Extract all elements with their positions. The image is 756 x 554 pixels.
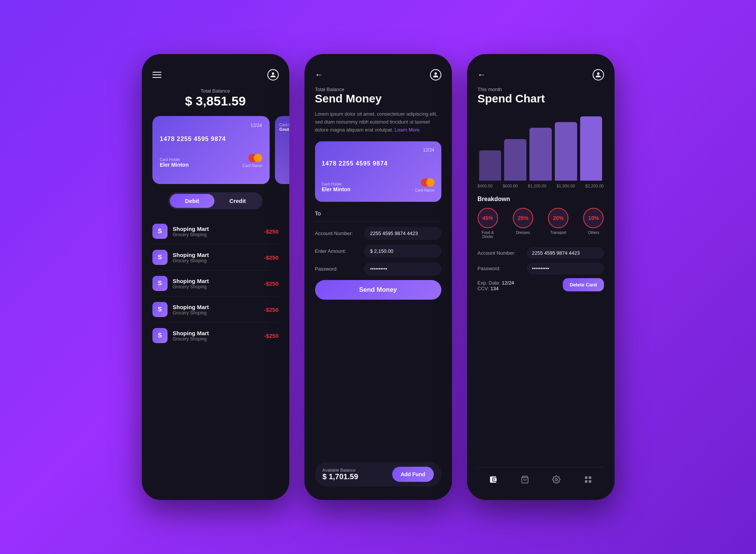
cart-nav-icon[interactable]: [518, 473, 532, 486]
available-balance-value: $ 1,701.59: [323, 472, 359, 481]
description-text: Lorem ipsum dolor sit amet, consectetuer…: [315, 110, 441, 134]
breakdown-label-dresses: Dresses: [516, 231, 530, 235]
ccv: CCV: 134: [478, 286, 514, 291]
footer-bar: Available Balance $ 1,701.59 Add Fund: [315, 462, 441, 486]
wallet-nav-icon[interactable]: [486, 473, 500, 486]
user-avatar-icon[interactable]: [430, 69, 441, 80]
breakdown-item-food: 45% Food &Drinks: [478, 208, 498, 239]
table-row[interactable]: S Shoping Mart Grocery Shoping -$250: [152, 245, 279, 271]
tx-name: Shoping Mart: [173, 226, 264, 232]
chart-label-2: $600.00: [503, 184, 518, 188]
back-button[interactable]: ←: [315, 70, 323, 80]
breakdown-label-food: Food &Drinks: [481, 231, 494, 239]
tx-name: Shoping Mart: [173, 278, 264, 284]
debit-credit-tabs: Debit Credit: [168, 192, 262, 209]
amount-input[interactable]: [364, 245, 441, 258]
secondary-card[interactable]: Card Hold Goutam: [275, 116, 289, 184]
bar-1: [479, 150, 501, 181]
balance-value: $ 3,851.59: [152, 94, 279, 108]
table-row[interactable]: S Shoping Mart Grocery Shoping -$250: [152, 297, 279, 323]
card-name-label: Card Name: [415, 188, 434, 192]
cards-row: 12/24 1478 2255 4595 9874 Card Holder El…: [152, 116, 279, 184]
p3-password-label: Password:: [478, 266, 527, 271]
exp-date-value: 12/24: [502, 280, 514, 286]
card2-holder-label: Card Hold: [279, 123, 289, 127]
breakdown-item-others: 10% Others: [583, 208, 604, 239]
credit-tab[interactable]: Credit: [214, 194, 261, 208]
balance-label: Total Balance: [315, 87, 441, 92]
breakdown-pct-others: 10%: [583, 208, 604, 228]
mastercard-logo: [248, 154, 262, 162]
send-money-button[interactable]: Send Money: [315, 280, 441, 300]
tx-amount: -$250: [264, 306, 278, 313]
breakdown-item-dresses: 25% Dresses: [513, 208, 533, 239]
card-number: 1478 2255 4595 9874: [160, 136, 262, 142]
user-avatar-icon[interactable]: [593, 69, 604, 80]
p3-account-input[interactable]: [527, 247, 604, 259]
tx-amount: -$250: [264, 333, 278, 339]
back-button[interactable]: ←: [478, 70, 486, 80]
settings-nav-icon[interactable]: [550, 473, 563, 486]
exp-date: Exp. Date: 12/24: [478, 280, 514, 286]
tx-icon: S: [152, 224, 168, 239]
bar-3: [529, 128, 552, 181]
amount-row: Enter Amount:: [315, 245, 441, 258]
account-label: Account Number:: [315, 231, 364, 236]
svg-rect-3: [589, 480, 591, 483]
phone-1: Total Balance $ 3,851.59 12/24 1478 2255…: [142, 54, 289, 500]
primary-card[interactable]: 12/24 1478 2255 4595 9874 Card Holder El…: [152, 116, 270, 184]
amount-label: Enter Amount:: [315, 248, 364, 254]
account-input[interactable]: [364, 227, 441, 240]
bar-4: [555, 122, 577, 181]
user-avatar-icon[interactable]: [267, 69, 279, 80]
tx-sub: Grocery Shoping: [173, 232, 264, 237]
tx-sub: Grocery Shoping: [173, 336, 264, 342]
card2-holder-name: Goutam: [279, 127, 289, 132]
chart-labels: $400.00 $600.00 $1,200.00 $1,800.00 $2,2…: [478, 184, 604, 188]
card-expiry: 12/24: [322, 147, 435, 153]
bar-5: [580, 116, 602, 181]
breakdown-title: Breakdown: [478, 196, 604, 203]
svg-rect-2: [585, 480, 587, 483]
phone1-header: [152, 69, 279, 80]
grid-nav-icon[interactable]: [581, 473, 595, 486]
tx-sub: Grocery Shoping: [173, 310, 264, 316]
chart-label-4: $1,800.00: [557, 184, 575, 188]
debit-tab[interactable]: Debit: [170, 194, 214, 208]
table-row[interactable]: S Shoping Mart Grocery Shoping -$250: [152, 271, 279, 297]
chart-label-5: $2,200.00: [585, 184, 604, 188]
bottom-navigation: [478, 467, 604, 486]
spend-chart: [478, 113, 604, 181]
table-row[interactable]: S Shoping Mart Grocery Shoping -$250: [152, 218, 279, 245]
breakdown-row: 45% Food &Drinks 25% Dresses 20% Transpo…: [478, 208, 604, 239]
balance-label: Total Balance: [152, 88, 279, 94]
svg-rect-0: [585, 477, 587, 479]
card-holder-label: Card Holder: [322, 182, 351, 186]
password-label: Password:: [315, 266, 364, 272]
tx-name: Shoping Mart: [173, 252, 264, 258]
tx-amount: -$250: [264, 280, 278, 287]
password-input[interactable]: [364, 262, 441, 275]
card-holder-label: Card Holder: [160, 158, 189, 162]
delete-card-button[interactable]: Delete Card: [563, 278, 604, 291]
phone-2: ← Total Balance Send Money Lorem ipsum d…: [304, 54, 452, 500]
ccv-value: 134: [491, 286, 499, 291]
password-row: Password:: [315, 262, 441, 275]
mastercard-logo: [421, 178, 435, 187]
learn-more-link[interactable]: Learn More: [395, 127, 420, 133]
phone3-header: ←: [478, 69, 604, 80]
p3-account-label: Account Number:: [478, 250, 527, 256]
p3-exp-ccv-row: Exp. Date: 12/24 CCV: 134 Delete Card: [478, 278, 604, 291]
table-row[interactable]: S Shoping Mart Grocery Shoping -$250: [152, 323, 279, 348]
add-fund-button[interactable]: Add Fund: [392, 467, 433, 482]
available-balance-label: Available Balance: [323, 468, 359, 472]
phone-3: ← This month Spend Chart $400.00 $600.00…: [467, 54, 615, 500]
breakdown-pct-dresses: 25%: [513, 208, 533, 228]
ccv-label: CCV:: [478, 286, 491, 291]
p3-password-input[interactable]: [527, 263, 604, 274]
transactions-list: S Shoping Mart Grocery Shoping -$250 S S…: [152, 218, 279, 348]
menu-icon[interactable]: [152, 72, 161, 78]
page-title: Send Money: [315, 92, 441, 105]
tx-amount: -$250: [264, 254, 278, 261]
form-divider: [315, 221, 441, 221]
